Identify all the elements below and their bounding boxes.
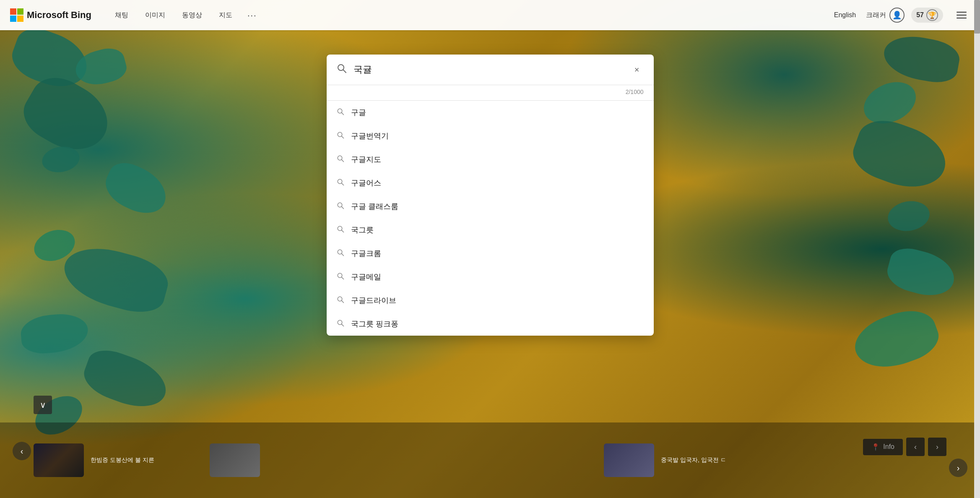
suggestion-text-10: 국그릇 핑크퐁 <box>351 319 398 329</box>
suggestion-list: 구글 구글번역기 구글지도 <box>327 101 654 336</box>
trophy-icon: 🏆 <box>926 9 938 21</box>
suggestion-icon-6 <box>337 225 344 235</box>
svg-line-9 <box>341 183 343 185</box>
news-strip: ‹ 한빔증 도봉산에 불 지른 중국발 입국자, 입국전 ㄷ › <box>0 422 980 498</box>
suggestion-text-3: 구글지도 <box>351 154 381 164</box>
brand-text: Microsoft Bing <box>27 10 91 21</box>
nav-video[interactable]: 동영상 <box>175 8 209 23</box>
suggestion-text-9: 구글드라이브 <box>351 295 396 305</box>
navbar: Microsoft Bing 채팅 이미지 동영상 지도 ··· English… <box>0 0 980 30</box>
scroll-down-button[interactable]: ∨ <box>34 396 52 414</box>
suggestion-item-6[interactable]: 국그릇 <box>327 218 654 242</box>
microsoft-logo <box>10 8 23 22</box>
svg-line-13 <box>341 230 343 232</box>
news-card-2[interactable] <box>210 443 335 477</box>
suggestion-text-1: 구글 <box>351 107 366 117</box>
nav-chat[interactable]: 채팅 <box>108 8 135 23</box>
scrollbar-thumb[interactable] <box>974 0 980 34</box>
search-icon <box>337 63 347 76</box>
suggestion-icon-1 <box>337 108 344 117</box>
nav-image[interactable]: 이미지 <box>138 8 172 23</box>
user-avatar[interactable]: 👤 <box>889 8 905 23</box>
svg-line-11 <box>341 206 343 209</box>
news-thumb-2 <box>210 443 260 477</box>
svg-line-1 <box>343 70 346 73</box>
logo-green <box>17 8 23 15</box>
prev-icon: ‹ <box>21 446 23 456</box>
news-text-1: 한빔증 도봉산에 불 지른 <box>91 456 154 464</box>
suggestion-text-2: 구글번역기 <box>351 131 389 141</box>
navbar-right: English 크래커 👤 57 🏆 <box>831 7 970 23</box>
news-thumb-3 <box>604 443 654 477</box>
news-card-1[interactable]: 한빔증 도봉산에 불 지른 <box>34 443 159 477</box>
news-card-3[interactable]: 중국발 입국자, 입국전 ㄷ <box>604 443 730 477</box>
news-text-3: 중국발 입국자, 입국전 ㄷ <box>661 456 726 464</box>
avatar-icon: 👤 <box>892 10 902 20</box>
clear-search-button[interactable]: × <box>630 63 644 76</box>
rewards-section[interactable]: 57 🏆 <box>911 8 943 23</box>
suggestion-item-9[interactable]: 구글드라이브 <box>327 289 654 312</box>
svg-line-17 <box>341 277 343 279</box>
scrollbar[interactable] <box>974 0 980 498</box>
rewards-score: 57 <box>916 11 924 19</box>
suggestion-item-1[interactable]: 구글 <box>327 101 654 124</box>
suggestion-icon-7 <box>337 249 344 258</box>
suggestion-icon-9 <box>337 296 344 305</box>
logo-yellow <box>17 16 23 22</box>
suggestion-text-7: 구글크롬 <box>351 248 381 258</box>
suggestion-icon-5 <box>337 202 344 211</box>
svg-line-5 <box>341 136 343 138</box>
suggestion-text-4: 구글어스 <box>351 178 381 188</box>
suggestion-item-8[interactable]: 구글메일 <box>327 265 654 289</box>
suggestion-item-7[interactable]: 구글크롬 <box>327 242 654 265</box>
suggestion-icon-2 <box>337 131 344 141</box>
search-input[interactable] <box>354 64 624 75</box>
suggestion-icon-8 <box>337 272 344 282</box>
suggestion-text-8: 구글메일 <box>351 272 381 282</box>
next-icon: › <box>957 463 960 473</box>
logo-area[interactable]: Microsoft Bing <box>10 8 91 22</box>
suggestion-item-10[interactable]: 국그릇 핑크퐁 <box>327 312 654 336</box>
user-name-label: 크래커 <box>866 11 886 20</box>
suggestion-item-2[interactable]: 구글번역기 <box>327 124 654 148</box>
news-thumb-1 <box>34 443 84 477</box>
svg-line-21 <box>341 324 343 326</box>
nav-items: 채팅 이미지 동영상 지도 ··· <box>108 7 831 23</box>
suggestion-item-4[interactable]: 구글어스 <box>327 171 654 195</box>
suggestion-icon-10 <box>337 319 344 329</box>
search-overlay: × 2/1000 구글 구글번역기 <box>327 55 654 336</box>
hamburger-line-2 <box>957 15 967 16</box>
suggestion-icon-3 <box>337 155 344 164</box>
svg-line-7 <box>341 159 343 162</box>
char-count: 2/1000 <box>327 85 654 101</box>
chevron-down-icon: ∨ <box>40 400 46 410</box>
svg-line-3 <box>341 112 343 115</box>
logo-blue <box>10 16 16 22</box>
hamburger-line-3 <box>957 18 967 18</box>
next-news-button[interactable]: › <box>949 459 967 477</box>
svg-line-15 <box>341 253 343 256</box>
search-input-row: × <box>327 55 654 85</box>
suggestion-item-3[interactable]: 구글지도 <box>327 148 654 171</box>
suggestion-icon-4 <box>337 178 344 188</box>
hamburger-line-1 <box>957 12 967 13</box>
hamburger-button[interactable] <box>953 7 970 23</box>
svg-line-19 <box>341 300 343 302</box>
nav-more[interactable]: ··· <box>242 7 262 23</box>
language-button[interactable]: English <box>831 10 859 21</box>
user-section[interactable]: 크래커 👤 <box>866 8 905 23</box>
suggestion-text-6: 국그릇 <box>351 225 374 235</box>
suggestion-text-5: 구글 클래스룸 <box>351 201 398 211</box>
nav-map[interactable]: 지도 <box>212 8 239 23</box>
logo-red <box>10 8 16 15</box>
suggestion-item-5[interactable]: 구글 클래스룸 <box>327 195 654 218</box>
prev-news-button[interactable]: ‹ <box>13 442 31 460</box>
